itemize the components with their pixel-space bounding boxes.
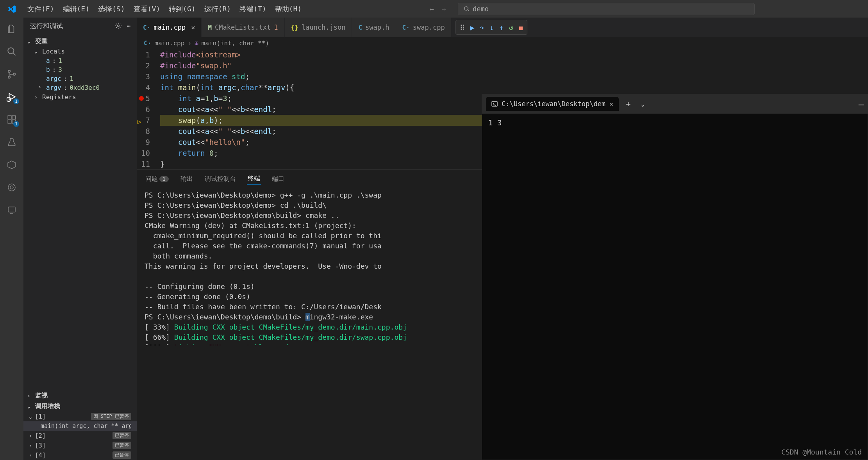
variable-row[interactable]: b: 3 <box>34 65 137 74</box>
command-center[interactable]: demo <box>458 3 755 15</box>
step-over-icon[interactable]: ↷ <box>480 23 484 32</box>
step-into-icon[interactable]: ↓ <box>489 23 494 32</box>
svg-rect-9 <box>8 116 11 119</box>
panel-tab-terminal[interactable]: 终端 <box>247 173 261 185</box>
external-terminal-output[interactable]: 1 3 <box>482 114 868 460</box>
main-menu: 文件(F) 编辑(E) 选择(S) 查看(V) 转到(G) 运行(R) 终端(T… <box>23 2 305 16</box>
stack-frame-main[interactable]: main(int argc, char ** argv) <box>23 421 137 431</box>
drag-handle-icon[interactable]: ⠿ <box>460 23 465 32</box>
svg-line-1 <box>468 10 469 11</box>
nav-arrows: ← → <box>430 5 446 13</box>
registers-section[interactable]: ›Registers <box>34 92 137 102</box>
cpp-icon[interactable] <box>6 159 18 171</box>
editor-tabs: C·main.cpp✕MCMakeLists.txt1{}launch.json… <box>137 18 868 37</box>
breadcrumb[interactable]: C· main.cpp › ⊞ main(int, char **) <box>137 37 868 49</box>
menu-file[interactable]: 文件(F) <box>23 2 58 16</box>
gear-icon[interactable] <box>115 22 122 30</box>
restart-icon[interactable]: ↺ <box>509 23 513 32</box>
menu-view[interactable]: 查看(V) <box>130 2 164 16</box>
svg-rect-17 <box>8 207 15 212</box>
editor-area: C·main.cpp✕MCMakeLists.txt1{}launch.json… <box>137 18 868 460</box>
debug-toolbar: ⠿ ▶ ↷ ↓ ↑ ↺ ◼ <box>455 20 527 35</box>
new-tab-icon[interactable]: + <box>623 99 634 109</box>
close-icon[interactable]: ✕ <box>609 100 613 108</box>
watch-section[interactable]: ›监视 <box>23 390 137 401</box>
nav-forward-icon[interactable]: → <box>442 5 446 13</box>
breadcrumb-symbol[interactable]: main(int, char **) <box>202 39 269 47</box>
editor-tab[interactable]: C·main.cpp✕ <box>137 18 202 37</box>
svg-point-4 <box>8 70 10 72</box>
svg-point-5 <box>8 76 10 78</box>
breadcrumb-file[interactable]: main.cpp <box>154 39 184 47</box>
external-terminal-tab[interactable]: C:\Users\iewan\Desktop\dem ✕ <box>486 97 619 111</box>
watermark: CSDN @Mountain Cold <box>781 448 862 456</box>
external-tab-bar: C:\Users\iewan\Desktop\dem ✕ + ⌄ — <box>482 94 868 114</box>
search-placeholder: demo <box>473 5 489 13</box>
sidebar-title: 运行和调试 <box>30 21 63 30</box>
panel-tab-output[interactable]: 输出 <box>180 173 194 185</box>
sidebar-header: 运行和调试 ⋯ <box>23 18 137 34</box>
copilot-icon[interactable] <box>6 182 18 193</box>
external-tab-title: C:\Users\iewan\Desktop\dem <box>502 100 605 108</box>
menu-select[interactable]: 选择(S) <box>94 2 129 16</box>
terminal-icon <box>491 101 498 107</box>
svg-point-2 <box>8 48 14 53</box>
vscode-logo-icon <box>0 4 23 14</box>
menu-run[interactable]: 运行(R) <box>200 2 235 16</box>
variables-section[interactable]: ⌄变量 <box>23 36 137 46</box>
stop-icon[interactable]: ◼ <box>519 23 523 32</box>
debug-sidebar: 运行和调试 ⋯ ⌄变量 ⌄Locals a: 1b: 3argc: 1›argv… <box>23 18 137 460</box>
svg-line-3 <box>13 53 16 55</box>
menu-goto[interactable]: 转到(G) <box>165 2 200 16</box>
close-tab-icon[interactable]: ✕ <box>191 23 195 31</box>
editor-tab[interactable]: C·swap.cpp <box>396 18 452 37</box>
variable-row[interactable]: ›argv: 0xdd3ec0 <box>34 83 137 92</box>
source-control-icon[interactable] <box>6 68 18 80</box>
symbol-icon: ⊞ <box>195 39 198 47</box>
thread-row[interactable]: ›[3]已暂停 <box>23 440 137 450</box>
nav-back-icon[interactable]: ← <box>430 5 434 13</box>
panel-tab-ports[interactable]: 端口 <box>271 173 285 185</box>
variable-row[interactable]: a: 1 <box>34 56 137 65</box>
thread-row[interactable]: ›[2]已暂停 <box>23 431 137 440</box>
search-activity-icon[interactable] <box>6 46 18 57</box>
panel-tab-debugconsole[interactable]: 调试控制台 <box>204 173 237 185</box>
svg-rect-10 <box>12 116 16 119</box>
more-icon[interactable]: ⋯ <box>127 22 130 30</box>
tab-dropdown-icon[interactable]: ⌄ <box>638 100 648 108</box>
svg-point-6 <box>13 73 15 75</box>
svg-point-0 <box>464 7 468 10</box>
svg-point-15 <box>8 184 15 191</box>
title-bar: 文件(F) 编辑(E) 选择(S) 查看(V) 转到(G) 运行(R) 终端(T… <box>0 0 868 18</box>
locals-section[interactable]: ⌄Locals <box>34 46 137 56</box>
explorer-icon[interactable] <box>6 23 18 35</box>
thread-1[interactable]: ⌄[1] 因 STEP 已暂停 <box>23 412 137 421</box>
minimize-icon[interactable]: — <box>859 99 864 109</box>
run-debug-icon[interactable]: 1 <box>6 91 18 103</box>
editor-tab[interactable]: Cswap.h <box>352 18 396 37</box>
continue-icon[interactable]: ▶ <box>470 23 475 32</box>
remote-icon[interactable] <box>6 204 18 216</box>
svg-marker-14 <box>8 161 16 169</box>
svg-point-16 <box>10 186 13 189</box>
activity-bar: 1 1 <box>0 18 23 460</box>
thread-row[interactable]: ›[4]已暂停 <box>23 450 137 460</box>
search-icon <box>464 6 470 12</box>
menu-edit[interactable]: 编辑(E) <box>59 2 94 16</box>
menu-terminal[interactable]: 终端(T) <box>236 2 270 16</box>
editor-tab[interactable]: MCMakeLists.txt1 <box>202 18 284 37</box>
svg-point-19 <box>118 25 120 27</box>
panel-tab-problems[interactable]: 问题1 <box>145 173 170 185</box>
cpp-file-icon: C· <box>144 39 151 47</box>
editor-tab[interactable]: {}launch.json <box>285 18 352 37</box>
testing-icon[interactable] <box>6 136 18 148</box>
extensions-icon[interactable]: 1 <box>6 114 18 125</box>
external-terminal-window: C:\Users\iewan\Desktop\dem ✕ + ⌄ — 1 3 <box>482 94 868 460</box>
menu-help[interactable]: 帮助(H) <box>271 2 306 16</box>
variable-row[interactable]: argc: 1 <box>34 74 137 83</box>
svg-rect-11 <box>8 120 11 123</box>
callstack-section[interactable]: ⌄调用堆栈 <box>23 401 137 412</box>
step-out-icon[interactable]: ↑ <box>499 23 504 32</box>
